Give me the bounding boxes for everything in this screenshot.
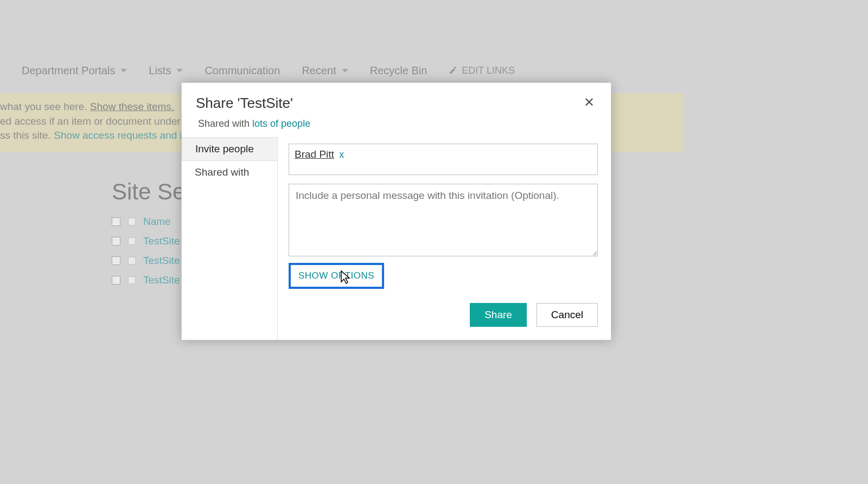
show-options-link[interactable]: SHOW OPTIONS bbox=[298, 270, 374, 281]
share-button[interactable]: Share bbox=[470, 303, 527, 327]
close-icon[interactable]: ✕ bbox=[582, 95, 597, 110]
dialog-body: Invite people Shared with Brad Pitt x SH… bbox=[182, 137, 611, 340]
lots-of-people-link[interactable]: lots of people bbox=[252, 118, 310, 129]
dialog-buttons: Share Cancel bbox=[289, 303, 598, 327]
show-options-highlight: SHOW OPTIONS bbox=[289, 263, 384, 289]
page-background: Department Portals Lists Communication R… bbox=[0, 0, 868, 484]
invite-pane: Brad Pitt x SHOW OPTIONS Share Cancel bbox=[278, 137, 611, 340]
shared-with-summary: Shared with lots of people bbox=[182, 112, 611, 137]
dialog-tabs: Invite people Shared with bbox=[182, 137, 278, 340]
tab-shared-with[interactable]: Shared with bbox=[182, 161, 277, 184]
remove-chip-icon[interactable]: x bbox=[339, 149, 344, 160]
people-chip-name: Brad Pitt bbox=[295, 149, 334, 160]
personal-message-input[interactable] bbox=[289, 184, 598, 256]
cancel-button[interactable]: Cancel bbox=[537, 303, 598, 327]
dialog-title: Share 'TestSite' bbox=[196, 95, 293, 112]
share-dialog: Share 'TestSite' ✕ Shared with lots of p… bbox=[181, 82, 611, 340]
tab-invite-people[interactable]: Invite people bbox=[182, 137, 277, 161]
people-picker-input[interactable]: Brad Pitt x bbox=[289, 144, 598, 175]
dialog-header: Share 'TestSite' ✕ bbox=[182, 83, 611, 112]
shared-prefix: Shared with bbox=[198, 118, 252, 129]
